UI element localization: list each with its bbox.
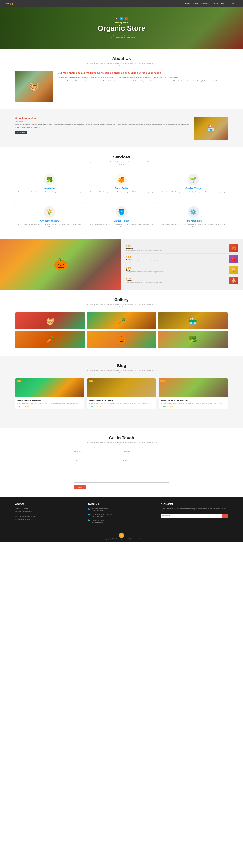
service-desc: Lorem ipsum dolor sit amet, consectetur …: [90, 223, 154, 228]
facebook-icon[interactable]: f: [115, 17, 118, 21]
phone-input[interactable]: [74, 462, 120, 466]
about-para-2: consectetur adipiscing and the occasiona…: [58, 80, 228, 82]
service-card[interactable]: ⚙️ Agro Machinery Lorem ipsum dolor sit …: [159, 202, 228, 231]
footer-twitter-item: 🐦 Our mail: theWebWork-s.com 15/4/2019 L…: [88, 513, 155, 518]
gallery-item[interactable]: 🥕: [86, 312, 157, 330]
store-info-inner: Store Information Store extra Lorem hend…: [15, 117, 228, 140]
contact-section: Get In Touch Lorem ipsum dolor sit amet,…: [0, 428, 243, 497]
store-info-title: Store Information: [15, 117, 189, 120]
featured-item-price: $ 4.99: [126, 245, 227, 247]
service-desc: Lorem ipsum dolor sit amet, consectetur …: [18, 223, 82, 228]
footer-twitter-text: info@thewebworks.com 15/4/2019 Lorem: [92, 508, 108, 512]
featured-item-desc: Lorem ipsum dolor sit amet, consectetur …: [126, 282, 227, 284]
newsletter-input[interactable]: [161, 514, 222, 518]
blog-content: Health Benefits Raw Food Lorem ipsum dol…: [15, 397, 84, 409]
featured-inner: 🎃 $ 4.99 Pumpkin Lorem ipsum dolor sit a…: [0, 239, 243, 290]
nav-link-home[interactable]: Home: [185, 3, 190, 5]
blog-title: Health Benefits Of A Food: [89, 399, 154, 402]
service-card[interactable]: 🥦 Vegetables Lorem ipsum dolor sit amet,…: [15, 170, 84, 199]
footer-address: Address WebWorks, 6547 Bloomer,NE 57463,…: [15, 503, 82, 525]
service-card[interactable]: 🪣 Garden Tillage Lorem ipsum dolor sit a…: [87, 202, 156, 231]
blog-card[interactable]: tag Health Benefits Of A Raw Food Lorem …: [159, 378, 228, 409]
read-more-button[interactable]: Read More: [15, 131, 27, 134]
email-label: Email: [123, 459, 169, 461]
message-textarea[interactable]: [74, 471, 169, 483]
service-desc: Lorem ipsum dolor sit amet, consectetur …: [18, 191, 82, 195]
blog-badge: tag: [89, 380, 93, 382]
twitter-bird-icon: 🐦: [88, 508, 91, 512]
featured-list: $ 4.99 Pumpkin Lorem ipsum dolor sit ame…: [122, 239, 243, 290]
store-info-image: 🏪: [194, 117, 228, 140]
featured-item: $ 3.49 Tomato Lorem ipsum dolor sit amet…: [126, 254, 238, 265]
blog-date: 15/4/2019: [18, 406, 23, 407]
blog-grid: tag Health Benefits Raw Food Lorem ipsum…: [15, 378, 228, 409]
footer-grid: Address WebWorks, 6547 Bloomer,NE 57463,…: [15, 503, 228, 525]
googleplus-icon[interactable]: g+: [125, 17, 128, 21]
scroll-top-button[interactable]: ↑: [119, 533, 124, 538]
gallery-item[interactable]: 🧺: [15, 312, 85, 330]
featured-item-thumb: 🎃: [229, 244, 238, 252]
service-icon: ⚙️: [188, 206, 199, 218]
featured-image: 🎃: [0, 239, 122, 290]
blog-card[interactable]: tag Health Benefits Raw Food Lorem ipsum…: [15, 378, 84, 409]
store-info-subtitle: Store extra: [15, 120, 189, 122]
hero-section: f t g+ Healthy Food Organic Store Lorem …: [0, 7, 243, 49]
send-button[interactable]: Send: [74, 485, 86, 490]
blog-card[interactable]: tag Health Benefits Of A Food Lorem ipsu…: [87, 378, 156, 409]
gallery-item[interactable]: 🏪: [158, 312, 228, 330]
newsletter-submit[interactable]: →: [222, 514, 228, 518]
service-icon: 🌾: [44, 206, 55, 218]
nav-link-contact-us[interactable]: Contact Us: [227, 3, 237, 5]
footer-bottom: ↑ Copyright © 2021 Company name All Righ…: [15, 529, 228, 540]
store-info-text: Store Information Store extra Lorem hend…: [15, 117, 189, 134]
about-section: About Us Lorem ipsum dolor sit amet, con…: [0, 49, 243, 109]
firstname-input[interactable]: [74, 454, 120, 457]
gallery-item[interactable]: 🥦: [158, 331, 228, 348]
blog-section: Blog Lorem ipsum dolor sit amet, consect…: [0, 355, 243, 416]
logo[interactable]: OS [ ]: [6, 2, 13, 5]
nav-links: HomeAboutServicesGalleryBlogContact Us: [185, 2, 237, 5]
footer-twitter-link[interactable]: Our mail: theWebWork-s.com: [92, 513, 112, 516]
lastname-input[interactable]: [123, 454, 169, 457]
blog-meta: 15/4/2019 0 Tags: [161, 406, 225, 407]
footer-newsletter-title: NewsLetter: [161, 503, 228, 505]
about-inner: 🧺 Our food should be our medicine.Our me…: [15, 71, 228, 102]
blog-meta: 15/4/2019 0 Tags: [89, 406, 154, 407]
footer-twitter-link[interactable]: +01 305 444 0056: [92, 519, 104, 521]
footer-twitter-link[interactable]: info@thewebworks.com: [92, 508, 108, 510]
nav-link-blog[interactable]: Blog: [221, 3, 224, 5]
gallery-item[interactable]: 🥕: [15, 331, 85, 348]
logo-os: OS: [6, 2, 10, 5]
blog-date: 15/4/2019: [161, 406, 167, 407]
blog-title: Blog: [15, 363, 228, 368]
featured-item-price: $ 1.99: [126, 278, 227, 280]
about-image: 🧺: [15, 71, 53, 102]
blog-title: Health Benefits Raw Food: [18, 399, 82, 402]
services-title: Services: [15, 155, 228, 160]
services-subtitle: Lorem ipsum dolor sit amet, consectetur …: [84, 161, 159, 165]
hero-description: Lorem ipsum dolor sit amet, consectetur …: [93, 34, 150, 38]
blog-title: Health Benefits Of A Raw Food: [161, 399, 225, 402]
footer: Address WebWorks, 6547 Bloomer,NE 57463,…: [0, 497, 243, 541]
service-card[interactable]: 🌾 Awesome Wheats Lorem ipsum dolor sit a…: [15, 202, 84, 231]
blog-content: Health Benefits Of A Food Lorem ipsum do…: [87, 397, 156, 409]
footer-newsletter: NewsLetter Lorem ipsum dolor sit amet, c…: [161, 503, 228, 525]
service-card[interactable]: 🍊 Fresh Fruits Lorem ipsum dolor sit ame…: [87, 170, 156, 199]
gallery-item[interactable]: 🎃: [86, 331, 157, 348]
nav-link-about[interactable]: About: [193, 3, 198, 5]
featured-item-info: $ 4.99 Pumpkin Lorem ipsum dolor sit ame…: [126, 245, 227, 251]
footer-twitter-sub: 15/4/2019 Lorem: [92, 510, 108, 512]
nav-link-gallery[interactable]: Gallery: [212, 3, 218, 5]
featured-section: 🎃 $ 4.99 Pumpkin Lorem ipsum dolor sit a…: [0, 239, 243, 290]
blog-desc: Lorem ipsum dolor sit amet, consectetur …: [89, 402, 154, 405]
footer-twitter-item: 🐦 +01 305 444 0056 15/4/2019 Lorem: [88, 519, 155, 523]
nav-link-services[interactable]: Services: [201, 3, 209, 5]
email-input[interactable]: [123, 462, 169, 466]
blog-meta: 15/4/2019 0 Tags: [18, 406, 82, 407]
twitter-icon[interactable]: t: [120, 17, 123, 21]
blog-tags: 0 Tags: [97, 406, 101, 407]
featured-item-price: $ 2.49: [126, 267, 227, 269]
gallery-grid: 🧺 🥕 🏪 🥕 🎃 🥦: [15, 312, 228, 348]
service-card[interactable]: 🌱 Garden Tillage Lorem ipsum dolor sit a…: [159, 170, 228, 199]
service-desc: Lorem ipsum dolor sit amet, consectetur …: [90, 191, 154, 195]
